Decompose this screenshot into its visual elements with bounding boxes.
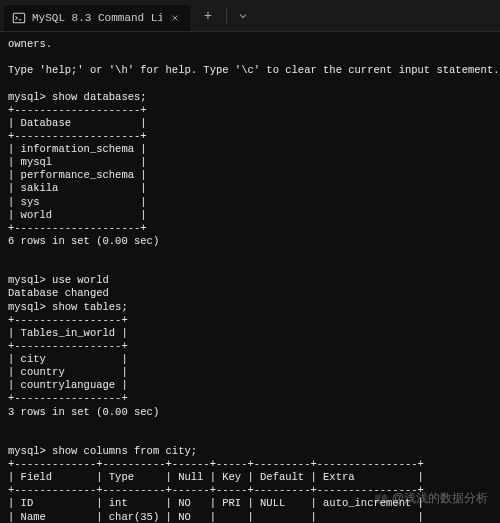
- prompt-line: mysql> show columns from city;: [8, 445, 197, 457]
- table-header: | Database |: [8, 117, 147, 129]
- table-border: +-----------------+: [8, 340, 128, 352]
- svg-rect-2: [382, 494, 387, 503]
- result-line: 3 rows in set (0.00 sec): [8, 406, 159, 418]
- table-row: | sys |: [8, 196, 147, 208]
- zhihu-icon: [374, 492, 388, 506]
- terminal-icon: [12, 11, 26, 25]
- svg-rect-1: [375, 494, 380, 503]
- tab-mysql[interactable]: MySQL 8.3 Command Line Cli: [4, 5, 190, 31]
- watermark: @浅浅的数据分析: [374, 490, 488, 507]
- table-row: | mysql |: [8, 156, 147, 168]
- table-row: | country |: [8, 366, 128, 378]
- watermark-text: @浅浅的数据分析: [392, 490, 488, 507]
- table-border: +-----------------+: [8, 392, 128, 404]
- result-line: 6 rows in set (0.00 sec): [8, 235, 159, 247]
- prompt-line: mysql> show databases;: [8, 91, 147, 103]
- table-header: | Field | Type | Null | Key | Default | …: [8, 471, 424, 483]
- prompt-line: mysql> show tables;: [8, 301, 128, 313]
- tab-bar: MySQL 8.3 Command Line Cli +: [0, 0, 500, 32]
- table-border: +--------------------+: [8, 130, 147, 142]
- table-row: | performance_schema |: [8, 169, 147, 181]
- table-border: +--------------------+: [8, 104, 147, 116]
- table-row: | world |: [8, 209, 147, 221]
- output-line: Database changed: [8, 287, 109, 299]
- table-row: | ID | int | NO | PRI | NULL | auto_incr…: [8, 497, 424, 509]
- tab-divider: [226, 8, 227, 24]
- table-row: | sakila |: [8, 182, 147, 194]
- table-row: | Name | char(35) | NO | | | |: [8, 511, 424, 523]
- output-line: owners.: [8, 38, 52, 50]
- prompt-line: mysql> use world: [8, 274, 109, 286]
- table-header: | Tables_in_world |: [8, 327, 128, 339]
- table-row: | countrylanguage |: [8, 379, 128, 391]
- table-border: +--------------------+: [8, 222, 147, 234]
- table-row: | information_schema |: [8, 143, 147, 155]
- tab-dropdown-button[interactable]: [233, 6, 253, 26]
- terminal-output[interactable]: owners. Type 'help;' or '\h' for help. T…: [0, 32, 500, 523]
- svg-rect-0: [13, 13, 24, 23]
- table-row: | city |: [8, 353, 128, 365]
- table-border: +-------------+----------+------+-----+-…: [8, 484, 424, 496]
- tab-title: MySQL 8.3 Command Line Cli: [32, 12, 162, 24]
- close-icon[interactable]: [168, 11, 182, 25]
- output-line: Type 'help;' or '\h' for help. Type '\c'…: [8, 64, 499, 76]
- new-tab-button[interactable]: +: [196, 4, 220, 28]
- table-border: +-------------+----------+------+-----+-…: [8, 458, 424, 470]
- table-border: +-----------------+: [8, 314, 128, 326]
